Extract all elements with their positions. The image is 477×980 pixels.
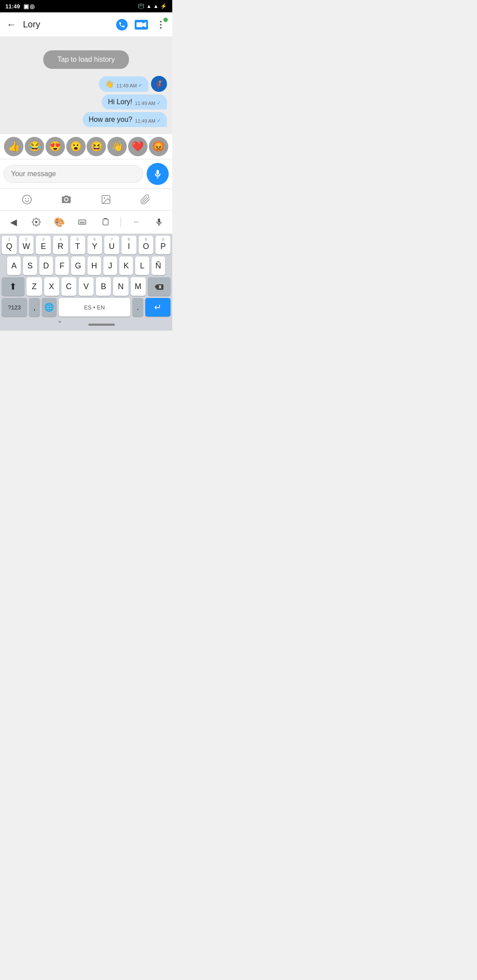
message-text-1: 👋 <box>105 80 114 88</box>
key-u[interactable]: 7U <box>104 236 119 254</box>
message-time-3: 11:49 AM <box>135 118 155 124</box>
voice-keyboard-button[interactable] <box>151 214 167 230</box>
chat-area: Tap to load history 👋 11:49 AM ✓ 🦸 Hi <box>0 37 172 134</box>
circle-badge-icon: ◎ <box>30 3 34 10</box>
key-y[interactable]: 6Y <box>87 236 102 254</box>
battery-icon: ⚡ <box>160 3 167 9</box>
key-b[interactable]: B <box>96 277 111 296</box>
camera-button[interactable] <box>57 192 76 207</box>
call-button[interactable] <box>114 17 130 33</box>
svg-marker-1 <box>143 22 146 27</box>
key-h[interactable]: H <box>87 256 101 275</box>
media-bar <box>0 189 172 211</box>
input-row <box>0 159 172 189</box>
status-bar-left: 11:49 ▣ ◎ <box>5 3 34 10</box>
key-t[interactable]: 5T <box>70 236 85 254</box>
message-bubble-2: Hi Lory! 11:49 AM ✓ <box>102 94 167 109</box>
key-o[interactable]: 9O <box>139 236 154 254</box>
clipboard-button[interactable] <box>98 214 114 230</box>
key-z[interactable]: Z <box>26 277 42 296</box>
key-w[interactable]: 2W <box>19 236 34 254</box>
space-key[interactable]: ES • EN <box>59 298 130 317</box>
keyboard-row-1: 1Q 2W 3E 4R 5T 6Y 7U 8I 9O 0P <box>0 236 172 254</box>
table-row: Hi Lory! 11:49 AM ✓ <box>5 94 167 109</box>
key-c[interactable]: C <box>61 277 76 296</box>
key-d[interactable]: D <box>39 256 53 275</box>
svg-rect-15 <box>103 219 108 225</box>
svg-text:🦸: 🦸 <box>154 79 164 89</box>
comma-key[interactable]: , <box>29 298 40 317</box>
key-s[interactable]: S <box>23 256 37 275</box>
key-g[interactable]: G <box>71 256 85 275</box>
svg-rect-9 <box>79 220 86 224</box>
wifi-icon: ▲ <box>146 3 151 9</box>
more-dot-3 <box>160 27 162 29</box>
vibrate-icon: 📳 <box>138 3 144 9</box>
time-display: 11:49 <box>5 3 20 10</box>
check-icon-1: ✓ <box>138 83 142 88</box>
key-p[interactable]: 0P <box>155 236 170 254</box>
avatar: 🦸 <box>151 76 167 92</box>
emoji-picker-button[interactable] <box>17 192 37 207</box>
emoji-laugh[interactable]: 😂 <box>25 137 44 156</box>
svg-rect-0 <box>136 22 143 27</box>
online-indicator <box>163 18 168 22</box>
theme-button[interactable]: 🎨 <box>51 214 67 230</box>
key-k[interactable]: K <box>119 256 133 275</box>
svg-point-6 <box>28 198 29 199</box>
emoji-grinning[interactable]: 😆 <box>87 137 106 156</box>
key-n-tilde[interactable]: Ñ <box>151 256 165 275</box>
key-e[interactable]: 3E <box>36 236 51 254</box>
key-n[interactable]: N <box>113 277 128 296</box>
emoji-surprised[interactable]: 😮 <box>66 137 86 156</box>
phone-icon <box>116 19 128 30</box>
keyboard-layout-button[interactable] <box>74 214 90 230</box>
tap-history-button[interactable]: Tap to load history <box>43 50 129 69</box>
enter-key[interactable]: ↵ <box>145 298 170 317</box>
message-time-2: 11:49 AM <box>135 101 155 106</box>
more-options-button[interactable] <box>153 17 169 33</box>
table-row: 👋 11:49 AM ✓ 🦸 <box>5 76 167 92</box>
message-input[interactable] <box>4 165 143 183</box>
svg-point-4 <box>23 195 31 204</box>
status-bar-right: 📳 ▲ ▲ ⚡ <box>138 3 167 9</box>
settings-button[interactable] <box>28 214 44 230</box>
more-dot-2 <box>160 24 162 26</box>
toolbar-divider <box>121 217 121 227</box>
key-v[interactable]: V <box>79 277 94 296</box>
key-i[interactable]: 8I <box>121 236 136 254</box>
voice-button[interactable] <box>147 163 169 185</box>
key-a[interactable]: A <box>7 256 21 275</box>
nav-chevron-icon[interactable]: ˅ <box>58 320 62 329</box>
gallery-button[interactable] <box>96 192 116 207</box>
emoji-wave[interactable]: 👋 <box>107 137 127 156</box>
back-button[interactable]: ← <box>4 17 19 33</box>
key-l[interactable]: L <box>135 256 149 275</box>
emoji-heart[interactable]: ❤️ <box>128 137 148 156</box>
table-row: How are you? 11:49 AM ✓ <box>5 112 167 127</box>
message-text-3: How are you? <box>89 116 132 124</box>
svg-point-5 <box>25 198 26 199</box>
key-x[interactable]: X <box>44 277 59 296</box>
key-q[interactable]: 1Q <box>2 236 17 254</box>
emoji-heart-eyes[interactable]: 😍 <box>45 137 65 156</box>
emoji-thumbs-up[interactable]: 👍 <box>4 137 23 156</box>
key-f[interactable]: F <box>55 256 69 275</box>
notification-icon: ▣ <box>23 3 29 10</box>
backspace-key[interactable] <box>148 277 170 296</box>
key-j[interactable]: J <box>103 256 117 275</box>
key-r[interactable]: 4R <box>53 236 68 254</box>
key-m[interactable]: M <box>131 277 146 296</box>
shift-key[interactable]: ⬆ <box>2 277 24 296</box>
keyboard-back-button[interactable]: ◀ <box>5 214 21 230</box>
number-switch-key[interactable]: ?123 <box>2 298 27 317</box>
svg-point-8 <box>104 197 105 199</box>
video-call-button[interactable] <box>133 17 149 33</box>
signal-icon: ▲ <box>153 3 159 9</box>
period-key[interactable]: . <box>132 298 143 317</box>
top-bar-actions <box>114 17 169 33</box>
attachment-button[interactable] <box>136 192 155 207</box>
more-toolbar-button[interactable]: ··· <box>128 214 144 230</box>
globe-key[interactable]: 🌐 <box>42 298 56 317</box>
emoji-angry[interactable]: 😡 <box>149 137 168 156</box>
